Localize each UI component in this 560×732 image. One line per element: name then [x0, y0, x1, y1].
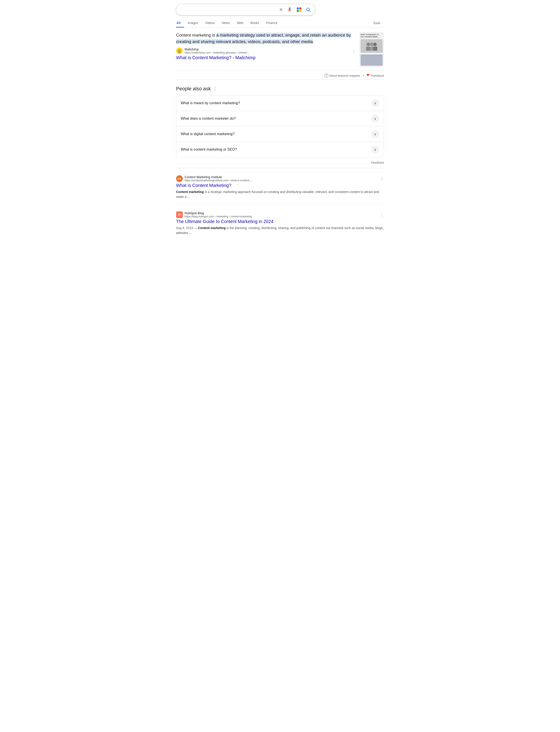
feedback-icon: 🚩	[366, 74, 370, 77]
main-content: Content marketing is a marketing strateg…	[176, 28, 384, 240]
svg-rect-10	[370, 47, 374, 51]
mic-button[interactable]	[286, 6, 293, 13]
result-2-link[interactable]: The Ultimate Guide to Content Marketing …	[176, 219, 274, 224]
snippet-image-bottom	[361, 54, 383, 66]
chevron-down-icon-3: ∨	[371, 130, 379, 138]
result-1-snippet: Content marketing is a strategic marketi…	[176, 189, 384, 199]
hubspot-favicon: H	[176, 211, 183, 218]
feedback-label: Feedback	[371, 74, 384, 77]
paa-item-2[interactable]: What does a content marketer do? ∨	[176, 111, 384, 126]
nav-tabs: All Images Videos News Web Books Finance…	[176, 18, 384, 28]
search-bar: content marketing ✕	[176, 4, 315, 15]
featured-snippet-link[interactable]: What is Content Marketing? - Mailchimp	[176, 55, 256, 60]
mic-icon	[287, 7, 292, 12]
svg-rect-9	[366, 47, 370, 51]
svg-point-6	[366, 43, 370, 46]
result-1-url-text: https://contentmarketinginstitute.com › …	[185, 179, 252, 182]
search-icons: ✕	[279, 6, 311, 13]
paa-item-4[interactable]: What is content marketing or SEO? ∨	[176, 142, 384, 157]
featured-snippet-text: Content marketing is a marketing strateg…	[176, 32, 356, 67]
svg-rect-1	[299, 7, 301, 9]
divider-1	[176, 79, 384, 80]
result-2-more-icon[interactable]: ⋮	[380, 212, 384, 217]
image-svg	[365, 40, 378, 52]
source-info: 🐒 Mailchimp https://mailchimp.com › mark…	[176, 47, 356, 54]
result-2-source-info: H HubSpot Blog https://blog.hubspot.com …	[176, 211, 384, 218]
more-options-icon[interactable]: ⋮	[352, 48, 356, 53]
result-1-source-name: Content Marketing Institute	[185, 175, 378, 179]
svg-rect-0	[297, 7, 299, 9]
result-1-link[interactable]: What is Content Marketing?	[176, 183, 231, 188]
svg-rect-3	[299, 10, 301, 12]
chevron-down-icon-2: ∨	[371, 114, 379, 123]
feedback-button[interactable]: 🚩 Feedback	[366, 74, 384, 77]
lens-button[interactable]	[296, 6, 302, 13]
mailchimp-favicon: 🐒	[176, 47, 183, 54]
chevron-down-icon-4: ∨	[371, 145, 379, 153]
source-name: Mailchimp	[185, 47, 350, 51]
snippet-feedback-row: ? About featured snippets • 🚩 Feedback	[176, 71, 384, 79]
source-details: Mailchimp https://mailchimp.com › market…	[185, 47, 350, 54]
result-1-source-details: Content Marketing Institute https://cont…	[185, 175, 378, 182]
svg-rect-11	[373, 47, 377, 51]
tab-videos[interactable]: Videos	[202, 19, 218, 28]
tab-books[interactable]: Books	[247, 19, 263, 28]
snippet-text-before: Content marketing is	[176, 33, 216, 37]
tab-images[interactable]: Images	[184, 19, 202, 28]
result-1-more-icon[interactable]: ⋮	[380, 176, 384, 181]
paa-list: What is meant by content marketing? ∨ Wh…	[176, 95, 384, 157]
tab-all[interactable]: All	[176, 19, 184, 28]
paa-more-icon[interactable]: ⋮	[213, 86, 218, 91]
source-url: https://mailchimp.com › marketing-glossa…	[185, 51, 350, 54]
featured-snippet-image: How Companies C... For Content Mark...	[359, 32, 384, 67]
featured-snippet: Content marketing is a marketing strateg…	[176, 32, 384, 67]
paa-item-3[interactable]: What is digital content marketing? ∨	[176, 126, 384, 142]
search-result-2: H HubSpot Blog https://blog.hubspot.com …	[176, 204, 384, 240]
result-2-source-name: HubSpot Blog	[185, 211, 378, 215]
paa-feedback-label: Feedback	[371, 161, 384, 164]
paa-title-text: People also ask	[176, 86, 211, 92]
paa-question-1: What is meant by content marketing?	[181, 101, 240, 105]
chevron-down-icon-1: ∨	[371, 99, 379, 107]
snippet-text-after: .	[313, 39, 314, 44]
result-1-source-url: https://contentmarketinginstitute.com › …	[185, 179, 378, 182]
cmi-favicon: cm	[176, 175, 183, 182]
svg-point-8	[373, 43, 377, 46]
result-2-date: Aug 6, 2019	[176, 226, 193, 230]
result-2-source-url: https://blog.hubspot.com › marketing › c…	[185, 215, 378, 218]
separator-dot: •	[363, 74, 364, 77]
search-result-1: cm Content Marketing Institute https://c…	[176, 168, 384, 204]
question-circle-icon: ?	[324, 73, 328, 78]
result-2-source-details: HubSpot Blog https://blog.hubspot.com › …	[185, 211, 378, 218]
result-2-snippet: Aug 6, 2019 — Content marketing is the p…	[176, 225, 384, 235]
svg-rect-2	[297, 10, 299, 12]
search-bar-container: content marketing ✕	[176, 0, 384, 18]
paa-question-4: What is content marketing or SEO?	[181, 147, 237, 151]
tab-news[interactable]: News	[218, 19, 233, 28]
people-also-ask-title: People also ask ⋮	[176, 86, 384, 92]
search-button[interactable]	[305, 7, 311, 13]
tools-button[interactable]: Tools	[369, 19, 384, 27]
about-snippets-label: About featured snippets	[329, 74, 360, 77]
clear-button[interactable]: ✕	[279, 6, 283, 13]
tab-finance[interactable]: Finance	[263, 19, 281, 28]
tab-web[interactable]: Web	[233, 19, 247, 28]
paa-question-3: What is digital content marketing?	[181, 132, 235, 136]
snippet-paragraph: Content marketing is a marketing strateg…	[176, 32, 356, 45]
search-icon	[306, 7, 311, 12]
result-1-source-info: cm Content Marketing Institute https://c…	[176, 175, 384, 182]
svg-line-5	[309, 11, 310, 12]
lens-icon	[296, 7, 302, 12]
about-featured-snippets[interactable]: ? About featured snippets	[324, 73, 360, 78]
svg-point-7	[370, 43, 373, 46]
result-2-url-text: https://blog.hubspot.com › marketing › c…	[185, 215, 252, 218]
paa-question-2: What does a content marketer do?	[181, 116, 236, 121]
search-input[interactable]: content marketing	[180, 7, 279, 12]
paa-feedback[interactable]: Feedback	[176, 159, 384, 168]
paa-item-1[interactable]: What is meant by content marketing? ∨	[176, 95, 384, 111]
snippet-image-top	[361, 39, 383, 53]
